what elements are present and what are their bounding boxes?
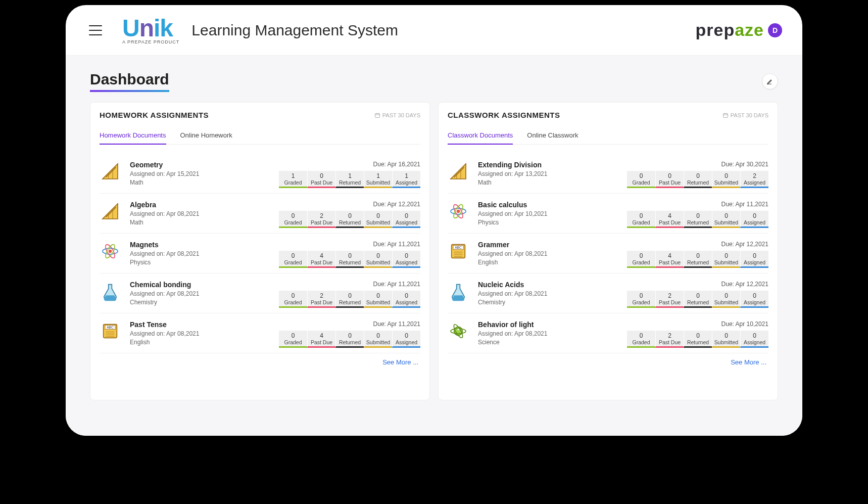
assignment-subject: English bbox=[130, 338, 270, 347]
assignment-assigned: Assigned on: Apr 08,2021 bbox=[130, 250, 270, 258]
stat-assigned[interactable]: 0Assigned bbox=[392, 291, 420, 308]
stat-assigned[interactable]: 0Assigned bbox=[740, 331, 768, 348]
stat-returned[interactable]: 0Returned bbox=[684, 171, 712, 188]
stat-assigned[interactable]: 0Assigned bbox=[392, 251, 420, 268]
assignment-row[interactable]: ABC Grammer Assigned on: Apr 08,2021 Eng… bbox=[448, 234, 768, 273]
assignment-row[interactable]: ABC Past Tense Assigned on: Apr 08,2021 … bbox=[100, 313, 420, 353]
tab-online-homework[interactable]: Online Homework bbox=[180, 128, 232, 144]
stat-pastdue[interactable]: 2Past Due bbox=[307, 291, 335, 308]
stat-graded[interactable]: 0Graded bbox=[279, 251, 307, 268]
stat-graded[interactable]: 0Graded bbox=[627, 331, 655, 348]
assignment-title: Algebra bbox=[130, 201, 270, 209]
see-more-link[interactable]: See More ... bbox=[100, 353, 420, 369]
stat-graded[interactable]: 0Graded bbox=[627, 251, 655, 268]
app-title: Learning Management System bbox=[191, 22, 398, 39]
assignment-due: Due: Apr 30,2021 bbox=[627, 161, 768, 168]
stat-graded[interactable]: 1Graded bbox=[279, 171, 307, 188]
assignment-stats: 0Graded 4Past Due 0Returned 0Submitted 0… bbox=[627, 251, 768, 268]
assignment-row[interactable]: Nucleic Acids Assigned on: Apr 08,2021 C… bbox=[448, 273, 768, 313]
stat-returned[interactable]: 0Returned bbox=[684, 251, 712, 268]
stat-graded[interactable]: 0Graded bbox=[627, 291, 655, 308]
stat-submitted[interactable]: 0Submitted bbox=[712, 291, 740, 308]
assignment-row[interactable]: Extending Division Assigned on: Apr 13,2… bbox=[448, 154, 768, 194]
stat-pastdue[interactable]: 0Past Due bbox=[307, 171, 335, 188]
see-more-link[interactable]: See More ... bbox=[448, 353, 768, 369]
stat-assigned[interactable]: 0Assigned bbox=[740, 291, 768, 308]
stat-assigned[interactable]: 2Assigned bbox=[740, 171, 768, 188]
tab-classwork-documents[interactable]: Classwork Documents bbox=[448, 128, 513, 144]
stat-submitted[interactable]: 0Submitted bbox=[712, 211, 740, 228]
stat-graded[interactable]: 0Graded bbox=[279, 331, 307, 348]
math-icon bbox=[100, 201, 121, 222]
stat-assigned[interactable]: 0Assigned bbox=[392, 331, 420, 348]
assignment-assigned: Assigned on: Apr 10,2021 bbox=[478, 210, 618, 218]
svg-marker-26 bbox=[451, 164, 466, 179]
stat-assigned[interactable]: 1Assigned bbox=[392, 171, 420, 188]
assignment-title: Nucleic Acids bbox=[478, 281, 618, 289]
assignment-row[interactable]: Geometry Assigned on: Apr 15,2021 Math D… bbox=[100, 154, 420, 194]
tab-online-classwork[interactable]: Online Classwork bbox=[527, 128, 578, 144]
stat-assigned[interactable]: 0Assigned bbox=[740, 251, 768, 268]
stat-submitted[interactable]: 0Submitted bbox=[364, 331, 392, 348]
menu-icon[interactable] bbox=[89, 25, 102, 35]
stat-submitted[interactable]: 0Submitted bbox=[364, 291, 392, 308]
svg-text:ABC: ABC bbox=[455, 246, 462, 249]
stat-pastdue[interactable]: 4Past Due bbox=[655, 211, 684, 228]
stat-pastdue[interactable]: 2Past Due bbox=[655, 291, 684, 308]
stat-submitted[interactable]: 0Submitted bbox=[712, 251, 740, 268]
stat-graded[interactable]: 0Graded bbox=[627, 171, 655, 188]
stat-returned[interactable]: 0Returned bbox=[335, 251, 364, 268]
stat-returned[interactable]: 0Returned bbox=[335, 331, 364, 348]
stat-returned[interactable]: 0Returned bbox=[684, 291, 712, 308]
svg-marker-4 bbox=[103, 164, 118, 179]
stat-submitted[interactable]: 1Submitted bbox=[364, 171, 392, 188]
classwork-panel: CLASSWORK ASSIGNMENTS PAST 30 DAYS Class… bbox=[438, 102, 778, 400]
assignment-title: Basic calculus bbox=[478, 201, 618, 209]
brand-unik: Unik A PREPAZE PRODUCT bbox=[122, 16, 179, 44]
assignment-row[interactable]: Behavior of light Assigned on: Apr 08,20… bbox=[448, 313, 768, 353]
stat-returned[interactable]: 1Returned bbox=[335, 171, 364, 188]
assignment-title: Past Tense bbox=[130, 320, 270, 329]
edit-button[interactable] bbox=[762, 73, 778, 89]
stat-pastdue[interactable]: 0Past Due bbox=[655, 171, 684, 188]
stat-submitted[interactable]: 0Submitted bbox=[712, 171, 740, 188]
homework-panel: HOMEWORK ASSIGNMENTS PAST 30 DAYS Homewo… bbox=[90, 102, 430, 400]
stat-graded[interactable]: 0Graded bbox=[627, 211, 655, 228]
assignment-stats: 0Graded 4Past Due 0Returned 0Submitted 0… bbox=[627, 211, 768, 228]
svg-point-43 bbox=[457, 329, 459, 330]
stat-graded[interactable]: 0Graded bbox=[279, 211, 307, 228]
math-icon bbox=[100, 161, 121, 182]
stat-pastdue[interactable]: 4Past Due bbox=[307, 331, 335, 348]
assignment-row[interactable]: Algebra Assigned on: Apr 08,2021 Math Du… bbox=[100, 194, 420, 234]
stat-returned[interactable]: 0Returned bbox=[684, 331, 712, 348]
stat-assigned[interactable]: 0Assigned bbox=[740, 211, 768, 228]
stat-pastdue[interactable]: 2Past Due bbox=[307, 211, 335, 228]
stat-submitted[interactable]: 0Submitted bbox=[364, 251, 392, 268]
stat-pastdue[interactable]: 4Past Due bbox=[307, 251, 335, 268]
assignment-title: Chemical bonding bbox=[130, 281, 270, 289]
stat-pastdue[interactable]: 4Past Due bbox=[655, 251, 684, 268]
stat-assigned[interactable]: 0Assigned bbox=[392, 211, 420, 228]
app-window: Unik A PREPAZE PRODUCT Learning Manageme… bbox=[66, 5, 802, 436]
stat-returned[interactable]: 0Returned bbox=[684, 211, 712, 228]
stat-pastdue[interactable]: 2Past Due bbox=[655, 331, 684, 348]
stat-returned[interactable]: 0Returned bbox=[335, 291, 364, 308]
stat-submitted[interactable]: 0Submitted bbox=[712, 331, 740, 348]
prepaze-logo: prepaze bbox=[695, 20, 764, 40]
tab-homework-documents[interactable]: Homework Documents bbox=[100, 128, 166, 144]
assignment-due: Due: Apr 12,2021 bbox=[279, 201, 420, 208]
assignment-row[interactable]: Magnets Assigned on: Apr 08,2021 Physics… bbox=[100, 234, 420, 273]
page-title: Dashboard bbox=[90, 71, 169, 92]
assignment-stats: 0Graded 0Past Due 0Returned 0Submitted 2… bbox=[627, 171, 768, 188]
assignment-row[interactable]: Basic calculus Assigned on: Apr 10,2021 … bbox=[448, 194, 768, 234]
panel-tabs: Classwork DocumentsOnline Classwork bbox=[448, 128, 768, 145]
assignment-title: Grammer bbox=[478, 241, 618, 249]
physics-icon bbox=[448, 201, 469, 222]
stat-returned[interactable]: 0Returned bbox=[335, 211, 364, 228]
stat-graded[interactable]: 0Graded bbox=[279, 291, 307, 308]
assignment-assigned: Assigned on: Apr 15,2021 bbox=[130, 170, 270, 178]
user-avatar[interactable]: D bbox=[768, 23, 782, 37]
assignment-row[interactable]: Chemical bonding Assigned on: Apr 08,202… bbox=[100, 273, 420, 313]
assignment-assigned: Assigned on: Apr 08,2021 bbox=[478, 290, 618, 298]
stat-submitted[interactable]: 0Submitted bbox=[364, 211, 392, 228]
